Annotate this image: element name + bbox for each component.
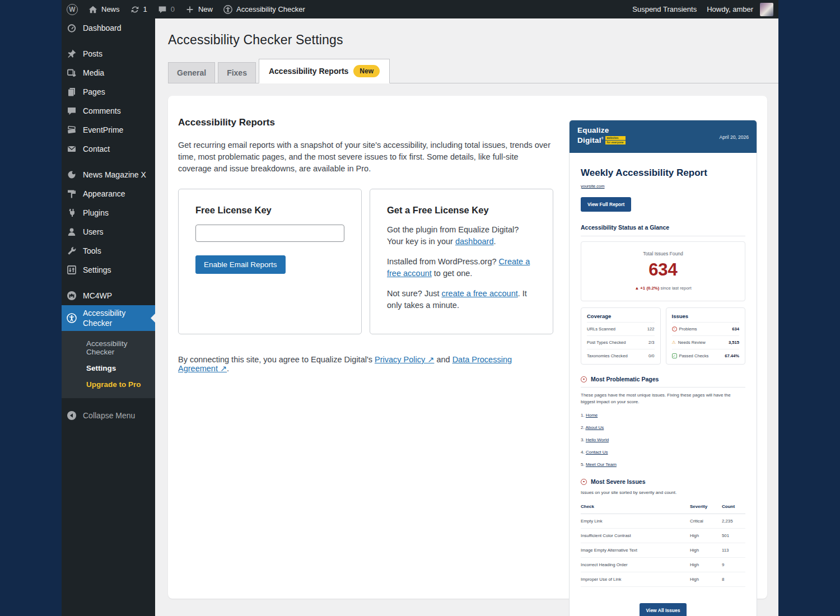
mc4wp-icon (66, 290, 77, 301)
problematic-page-item: 5. Meet Our Team (581, 462, 745, 467)
sidebar-item-mc4wp[interactable]: MC4WP (62, 286, 155, 305)
enable-email-reports-button[interactable]: Enable Email Reports (195, 255, 286, 274)
free-license-key-card: Free License Key Enable Email Reports (178, 189, 362, 334)
problematic-pages-heading-row: Most Problematic Pages (581, 376, 745, 388)
comments-menu[interactable]: 0 (152, 0, 180, 18)
page-link[interactable]: About Us (585, 425, 604, 430)
sidebar-item-tools[interactable]: Tools (62, 241, 155, 260)
create-free-account-link-2[interactable]: create a free account (442, 289, 518, 298)
user-icon (66, 226, 77, 237)
agreement-note: By connecting this site, you agree to Eq… (178, 355, 553, 373)
site-url-link[interactable]: yoursite.com (581, 184, 605, 189)
severe-issues-heading-row: Most Severe Issues (581, 478, 745, 485)
sidebar-label: Settings (83, 265, 111, 275)
issues-row: ⚠Needs Review 3,515 (672, 335, 740, 349)
coverage-title: Coverage (587, 313, 655, 322)
sidebar-item-settings[interactable]: Settings (62, 260, 155, 279)
collapse-menu-button[interactable]: Collapse Menu (62, 406, 155, 425)
logo-word-1: Equalize (577, 127, 626, 134)
page-link[interactable]: Hello World (586, 437, 609, 442)
sidebar-item-plugins[interactable]: Plugins (62, 203, 155, 222)
sidebar-item-eventprime[interactable]: EventPrime (62, 120, 155, 139)
text: Not sure? Just (387, 289, 442, 298)
view-all-issues-button[interactable]: View All Issues (640, 603, 687, 616)
sidebar-label: Plugins (83, 208, 109, 218)
delta-value: ▲ +1 (0.2%) (634, 286, 659, 291)
sidebar-label: EventPrime (83, 125, 123, 135)
email-report-preview: Equalize Digital® websites for everyone … (569, 120, 757, 616)
sidebar-label: Pages (83, 87, 105, 97)
sidebar-label: Accessibility Checker (83, 308, 139, 328)
page-link[interactable]: Meet Our Team (586, 462, 617, 467)
suspend-transients-menu[interactable]: Suspend Transients (627, 0, 702, 18)
problem-icon: ! (672, 326, 677, 332)
howdy-label: Howdy, amber (707, 5, 753, 13)
coverage-label: Post Types Checked (587, 340, 626, 345)
license-key-input[interactable] (195, 225, 344, 242)
sidebar-item-comments[interactable]: Comments (62, 101, 155, 120)
submenu-item-settings[interactable]: Settings (62, 360, 155, 376)
delta-suffix: since last report (659, 286, 691, 291)
tab-general[interactable]: General (168, 62, 215, 83)
wp-logo-menu[interactable]: W (62, 0, 83, 18)
settings-panel: Accessibility Reports Get recurring emai… (168, 96, 767, 599)
equalize-digital-logo: Equalize Digital® websites for everyone (577, 127, 626, 147)
sidebar-label: Media (83, 68, 104, 78)
sidebar-item-posts[interactable]: Posts (62, 44, 155, 63)
coverage-row: Taxonomies Checked 0/0 (587, 349, 655, 362)
admin-sidebar: Dashboard Posts Media Pages Comments E (62, 18, 155, 616)
page-link[interactable]: Contact Us (586, 450, 608, 455)
my-account-menu[interactable]: Howdy, amber (702, 0, 778, 18)
toolbar-ac-label: Accessibility Checker (236, 5, 305, 13)
sidebar-item-accessibility-checker[interactable]: Accessibility Checker (62, 305, 155, 331)
problematic-page-item: 3. Hello World (581, 437, 745, 442)
update-count: 1 (143, 5, 147, 13)
new-content-menu[interactable]: New (180, 0, 218, 18)
coverage-row: Post Types Checked 2/3 (587, 335, 655, 349)
logo-tag-1: websites (605, 136, 626, 140)
page-link[interactable]: Home (586, 413, 598, 418)
sidebar-item-pages[interactable]: Pages (62, 82, 155, 101)
text: Installed from WordPress.org? (387, 257, 499, 266)
problematic-page-item: 2. About Us (581, 425, 745, 430)
admin-content: Accessibility Checker Settings General F… (155, 18, 778, 616)
issues-value: 634 (732, 326, 739, 332)
sidebar-label: MC4WP (83, 291, 112, 301)
sidebar-item-contact[interactable]: Contact (62, 139, 155, 158)
get-key-paragraph-1: Got the plugin from Equalize Digital? Yo… (387, 224, 536, 248)
tab-fixes[interactable]: Fixes (218, 62, 256, 83)
text: . (227, 364, 229, 373)
updates-menu[interactable]: 1 (125, 0, 152, 18)
privacy-policy-link[interactable]: Privacy Policy ↗ (375, 355, 434, 364)
site-name: News (101, 5, 120, 13)
dashboard-link[interactable]: dashboard (455, 237, 494, 246)
sidebar-item-appearance[interactable]: Appearance (62, 184, 155, 203)
site-menu[interactable]: News (83, 0, 125, 18)
warning-triangle-icon: ⚠ (672, 340, 676, 345)
logo-tagline: websites for everyone (605, 136, 626, 144)
home-icon (88, 4, 98, 15)
issues-label: Problems (679, 326, 697, 332)
sidebar-item-news-magazine-x[interactable]: News Magazine X (62, 165, 155, 184)
submenu-item-upgrade-to-pro[interactable]: Upgrade to Pro (62, 376, 155, 393)
submenu-item-accessibility-checker[interactable]: Accessibility Checker (62, 335, 155, 360)
sidebar-item-media[interactable]: Media (62, 63, 155, 82)
view-full-report-button[interactable]: View Full Report (581, 197, 631, 212)
sidebar-label: Appearance (83, 189, 125, 199)
check-square-icon: ✓ (672, 353, 677, 358)
report-title: Weekly Accessibility Report (581, 167, 745, 179)
get-key-card-title: Get a Free License Key (387, 205, 536, 216)
logo-word-2: Digital® (577, 134, 604, 144)
col-count: Count (722, 500, 745, 514)
accessibility-icon (223, 4, 233, 15)
coverage-label: URLs Scanned (587, 326, 615, 332)
accessibility-checker-toolbar-menu[interactable]: Accessibility Checker (218, 0, 310, 18)
tab-accessibility-reports[interactable]: Accessibility Reports New (259, 59, 390, 83)
get-key-paragraph-2: Installed from WordPress.org? Create a f… (387, 256, 536, 279)
tab-label: Accessibility Reports (269, 67, 348, 76)
text: . (494, 237, 496, 246)
sidebar-item-dashboard[interactable]: Dashboard (62, 18, 155, 38)
sidebar-item-users[interactable]: Users (62, 222, 155, 241)
sidebar-separator (62, 38, 155, 44)
coverage-label: Taxonomies Checked (587, 353, 628, 358)
